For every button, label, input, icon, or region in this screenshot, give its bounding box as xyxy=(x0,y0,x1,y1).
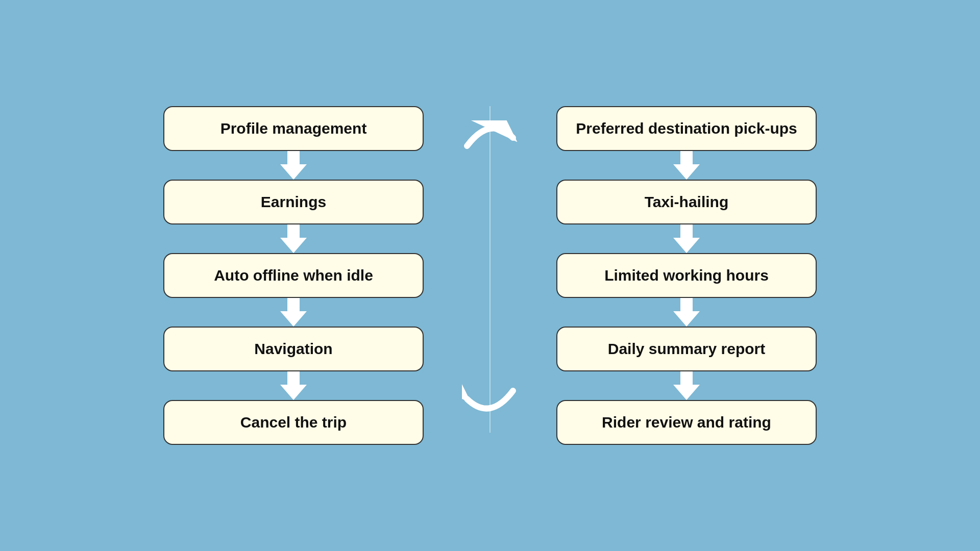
box-label: Earnings xyxy=(261,193,326,211)
box-cancel-trip: Cancel the trip xyxy=(163,400,424,445)
box-label: Rider review and rating xyxy=(602,414,771,431)
box-label: Profile management xyxy=(220,120,367,137)
box-daily-summary: Daily summary report xyxy=(556,327,817,371)
box-limited-hours: Limited working hours xyxy=(556,253,817,298)
box-navigation: Navigation xyxy=(163,327,424,371)
arrow-down-r3 xyxy=(673,298,700,327)
box-label: Auto offline when idle xyxy=(214,267,373,284)
box-profile-management: Profile management xyxy=(163,106,424,151)
arrow-left-bottom xyxy=(462,382,518,418)
arrow-down-r1 xyxy=(673,151,700,180)
box-earnings: Earnings xyxy=(163,180,424,224)
arrow-down-3 xyxy=(280,298,307,327)
box-label: Cancel the trip xyxy=(240,414,347,431)
arrow-left-svg xyxy=(462,382,518,416)
box-label: Limited working hours xyxy=(604,267,769,284)
box-label: Daily summary report xyxy=(608,340,765,358)
arrow-down-4 xyxy=(280,371,307,400)
box-label: Preferred destination pick-ups xyxy=(576,120,797,137)
arrow-down-r4 xyxy=(673,371,700,400)
arrow-down-r2 xyxy=(673,224,700,253)
box-rider-review: Rider review and rating xyxy=(556,400,817,445)
box-taxi-hailing: Taxi-hailing xyxy=(556,180,817,224)
arrow-down-2 xyxy=(280,224,307,253)
arrow-down-1 xyxy=(280,151,307,180)
arrow-right-svg xyxy=(462,120,518,155)
box-label: Navigation xyxy=(254,340,332,358)
arrow-right-top xyxy=(462,120,518,157)
box-label: Taxi-hailing xyxy=(645,193,728,211)
right-column: Preferred destination pick-ups Taxi-hail… xyxy=(551,106,822,445)
box-preferred-destination: Preferred destination pick-ups xyxy=(556,106,817,151)
box-auto-offline: Auto offline when idle xyxy=(163,253,424,298)
diagram-container: Profile management Earnings Auto offline… xyxy=(158,106,822,445)
left-column: Profile management Earnings Auto offline… xyxy=(158,106,429,445)
